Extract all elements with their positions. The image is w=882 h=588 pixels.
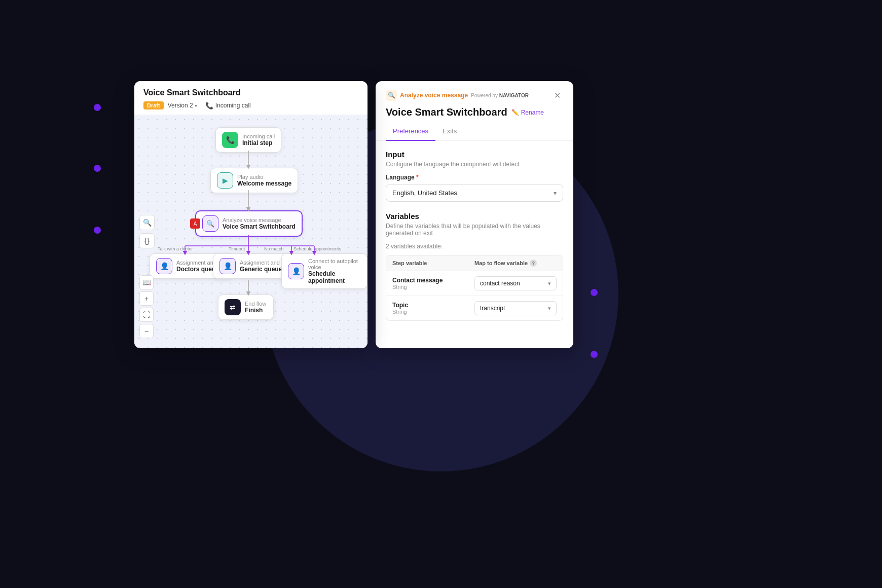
close-button[interactable]: ✕ [551,89,563,101]
node-play-audio[interactable]: ▶ Play audio Welcome message [210,168,298,193]
flow-title: Voice Smart Switchboard [143,88,358,97]
node-icon-analyze: 🔍 [202,215,218,232]
variables-section-desc: Define the variables that will be popula… [386,223,563,237]
var-row-2: Topic String transcript ▾ [386,296,563,320]
decorative-dot-4 [591,289,598,296]
main-container: Voice Smart Switchboard Draft Version 2 … [134,81,573,348]
node-label-end: End flow [245,301,266,307]
component-icon: 🔍 [386,90,397,101]
node-analyze[interactable]: A 🔍 Analyze voice message Voice Smart Sw… [195,210,303,237]
edit-icon: ✏️ [511,109,519,116]
fullscreen-button[interactable]: ⛶ [139,308,154,322]
node-end-flow[interactable]: ⇄ End flow Finish [218,295,274,320]
incoming-badge: 📞 Incoming call [205,102,251,109]
language-field-label: Language * [386,174,563,181]
language-select[interactable]: English, United States ▾ [386,184,563,202]
var-1-name: Contact message [392,277,474,284]
var-row-1: Contact message String contact reason ▾ [386,271,563,296]
col-header-step-var: Step variable [392,260,474,267]
var-1-type: String [392,284,474,290]
variables-count: 2 variables available: [386,243,563,250]
canvas-toolbar: 🔍 {} [139,215,155,248]
node-name-schedule: Schedule appointment [308,270,361,284]
variables-section: Variables Define the variables that will… [386,212,563,321]
node-name-end: Finish [245,307,266,314]
flow-canvas: 🔍 {} [134,115,368,348]
help-icon[interactable]: ? [530,260,537,267]
rename-button[interactable]: ✏️ Rename [511,109,544,116]
var-2-select-arrow: ▾ [548,305,551,312]
detail-tabs: Preferences Exits [386,124,563,140]
required-marker: * [416,174,419,181]
input-section-title: Input [386,150,563,159]
var-2-select[interactable]: transcript ▾ [474,301,557,315]
map-button[interactable]: 📖 [139,275,154,289]
var-1-select-arrow: ▾ [548,280,551,287]
flow-header: Voice Smart Switchboard Draft Version 2 … [134,81,368,115]
var-2-info: Topic String [392,302,474,315]
detail-body: Input Configure the language the compone… [376,141,573,348]
node-label-schedule: Connect to autopilot voice [308,258,361,270]
node-icon-schedule: 👤 [288,263,304,279]
var-1-select[interactable]: contact reason ▾ [474,276,557,290]
variables-section-title: Variables [386,212,563,220]
node-icon-end: ⇄ [225,299,241,315]
input-section-desc: Configure the language the component wil… [386,161,563,168]
var-1-info: Contact message String [392,277,474,290]
node-alert-badge: A [190,218,200,229]
vars-table-header: Step variable Map to flow variable ? [386,255,563,271]
col-header-flow-var: Map to flow variable ? [474,260,557,267]
version-arrow: ▾ [195,103,197,108]
node-incoming-call[interactable]: 📞 Incoming call Initial step [215,127,281,153]
detail-header-top: 🔍 Analyze voice message Powered by NAVIG… [386,89,563,101]
detail-title-row: Voice Smart Switchboard ✏️ Rename [386,106,563,118]
detail-header: 🔍 Analyze voice message Powered by NAVIG… [376,81,573,141]
node-icon-generic: 👤 [219,258,236,274]
exit-label-schedule: Schedule appointments [291,246,343,252]
detail-header-left: 🔍 Analyze voice message Powered by NAVIG… [386,90,529,101]
node-label-incoming: Incoming call [242,133,275,139]
flow-panel: Voice Smart Switchboard Draft Version 2 … [134,81,368,348]
zoom-in-button[interactable]: + [139,291,154,306]
zoom-out-button[interactable]: − [139,324,154,338]
variables-table: Step variable Map to flow variable ? Con… [386,255,563,321]
exit-label-nomatch: No match [262,246,286,252]
node-icon-incoming: 📞 [222,132,238,148]
var-2-name: Topic [392,302,474,309]
code-canvas-button[interactable]: {} [139,233,155,248]
decorative-dot-1 [94,104,101,111]
zoom-controls: 📖 + ⛶ − [139,275,154,338]
powered-by: Powered by NAVIGATOR [471,93,529,98]
node-icon-doctors: 👤 [156,258,172,274]
tab-exits[interactable]: Exits [435,124,464,141]
node-schedule[interactable]: 👤 Connect to autopilot voice Schedule ap… [281,253,368,289]
node-name-analyze: Voice Smart Switchboard [223,223,296,230]
exit-label-doctor: Talk with a doctor [156,246,195,252]
version-select[interactable]: Version 2 ▾ [168,102,197,109]
exit-label-timeout: Timeout [227,246,247,252]
flow-toolbar: Draft Version 2 ▾ 📞 Incoming call [143,101,358,109]
node-name-incoming: Initial step [242,139,275,146]
node-icon-play: ▶ [217,172,233,189]
var-2-type: String [392,309,474,315]
tab-preferences[interactable]: Preferences [386,124,435,141]
detail-panel: 🔍 Analyze voice message Powered by NAVIG… [376,81,573,348]
input-section: Input Configure the language the compone… [386,150,563,202]
node-name-play: Welcome message [237,180,291,187]
node-label-analyze: Analyze voice message [223,217,296,223]
language-select-arrow: ▾ [554,190,557,197]
component-name: Analyze voice message [400,92,468,99]
decorative-dot-3 [94,227,101,234]
detail-title: Voice Smart Switchboard [386,106,507,118]
node-label-play: Play audio [237,174,291,180]
phone-icon: 📞 [205,102,213,109]
draft-badge: Draft [143,101,164,109]
decorative-dot-2 [94,165,101,172]
search-canvas-button[interactable]: 🔍 [139,215,155,230]
decorative-dot-5 [591,351,598,358]
